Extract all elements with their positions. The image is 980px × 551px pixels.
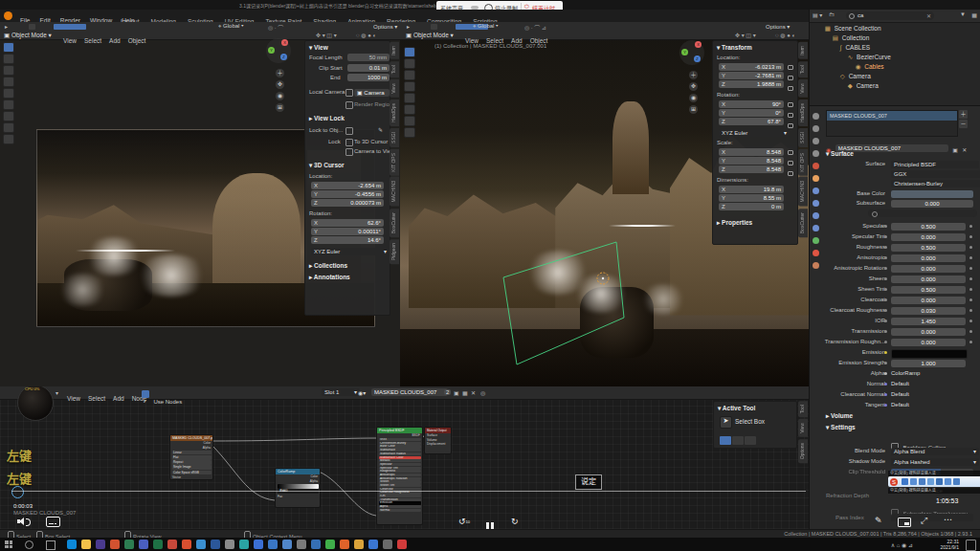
tool-select-box[interactable] <box>404 47 415 57</box>
outliner-row[interactable]: ∫ CABLES <box>810 43 980 53</box>
output-input-row[interactable]: Displacement <box>425 442 451 447</box>
material-property-row[interactable]: Anisotropic Rotation 0.000 <box>824 263 977 274</box>
bsdf-input-row[interactable]: GGX <box>379 438 421 441</box>
material-output-node[interactable]: Material Output SurfaceVolumeDisplacemen… <box>424 427 452 454</box>
axis-z[interactable]: Z <box>280 54 287 60</box>
bsdf-input-row[interactable]: Sheen Tint <box>379 484 421 487</box>
volume-icon[interactable] <box>17 517 31 526</box>
axis-field[interactable]: Z0 m <box>719 203 784 210</box>
taskbar-app-icon[interactable] <box>383 540 392 549</box>
taskbar-app-icon[interactable] <box>124 540 134 549</box>
menu-item[interactable]: Select <box>84 393 109 404</box>
taskbar-app-icon[interactable] <box>167 540 177 549</box>
add-slot-button[interactable]: ＋ <box>959 110 968 119</box>
camera-view-icon[interactable]: ◉ <box>689 94 698 102</box>
tool-transform[interactable] <box>404 104 415 115</box>
ime-skin-icon[interactable] <box>953 478 960 485</box>
shading-type-dropdown[interactable]: ▾ <box>56 389 58 396</box>
npanel-tab[interactable]: BoxCutter <box>798 209 808 237</box>
display-mode-dropdown[interactable]: ▤ ▾ <box>813 11 822 18</box>
filter-icon[interactable]: ▼ <box>960 11 966 17</box>
axis-field[interactable]: X-6.0213 m <box>719 63 784 71</box>
clear-search-icon[interactable]: ✕ <box>926 12 931 19</box>
tool-move[interactable] <box>3 65 14 76</box>
ime-emoji-icon[interactable] <box>919 478 925 485</box>
view-lock-header[interactable]: ▸ View Lock <box>309 115 345 122</box>
outliner-row[interactable]: ▦ Scene Collection <box>810 24 980 33</box>
output-alpha[interactable]: Alpha <box>276 479 320 484</box>
collections-header[interactable]: ▸ Collections <box>309 262 347 270</box>
normal-value[interactable]: Default <box>891 381 966 386</box>
axis-x[interactable]: X <box>695 41 702 48</box>
outliner-search[interactable]: ca ✕ <box>846 11 934 20</box>
ime-keyboard-icon[interactable] <box>936 478 943 485</box>
properties-search[interactable] <box>868 209 977 217</box>
mode-selector[interactable]: ▣ Object Mode ▾ <box>406 32 454 39</box>
tool-cursor[interactable] <box>404 58 415 69</box>
unlink-icon[interactable]: ✕ <box>471 389 476 396</box>
properties-subpanel-header[interactable]: ▸ Properties <box>717 219 752 227</box>
ramp-gradient[interactable] <box>278 484 319 489</box>
taskbar-app-icon[interactable] <box>297 540 306 549</box>
focal-length-field[interactable]: 50 mm <box>347 54 390 61</box>
select-box-tool-icon[interactable]: ➤ <box>720 416 732 429</box>
axis-field[interactable]: X8.548 <box>719 148 784 156</box>
axis-y[interactable]: Y <box>681 49 688 55</box>
video-progress-bar[interactable] <box>11 491 806 492</box>
menu-item[interactable]: Select <box>80 35 105 46</box>
ime-shape-icon[interactable] <box>910 478 917 485</box>
properties-tab[interactable] <box>810 247 822 259</box>
properties-tab[interactable] <box>810 147 822 160</box>
filter-collection-icon[interactable]: 🗀 <box>829 11 835 17</box>
options-right[interactable]: Options ▾ <box>766 23 790 30</box>
outliner-row[interactable]: ∿ BezierCurve <box>810 53 980 62</box>
properties-tab[interactable] <box>810 234 822 247</box>
output-bsdf[interactable]: BSDF <box>377 433 422 438</box>
lock-to-object-field[interactable] <box>345 127 353 135</box>
tool-add-cube[interactable] <box>3 134 14 144</box>
npanel-tab[interactable]: Tool <box>798 61 808 77</box>
tool-cursor[interactable] <box>3 54 14 64</box>
distribution-dropdown[interactable]: GGX <box>891 170 980 178</box>
rewind-10-icon[interactable]: ↺10 <box>458 517 470 526</box>
input-fac[interactable]: Fac <box>276 495 320 499</box>
properties-tab[interactable] <box>810 122 822 135</box>
sogou-logo[interactable]: S <box>890 478 898 486</box>
properties-tab[interactable] <box>810 197 822 209</box>
node-field[interactable]: Repeat <box>172 460 212 465</box>
tool-dropdown-icon[interactable]: ▸ <box>407 23 410 30</box>
material-property-row[interactable]: Sheen Tint 0.500 <box>824 284 977 295</box>
axis-field[interactable]: Y0.00011° <box>311 228 384 235</box>
npanel-tab[interactable]: Item <box>390 42 399 59</box>
tool-scale[interactable] <box>3 88 14 99</box>
gizmo-toggles[interactable]: ✥ ▾ ◫ ▾ <box>316 32 337 38</box>
blend-mode-dropdown[interactable]: Alpha Blend ▾ <box>891 448 979 455</box>
taskbar-app-icon[interactable] <box>311 540 321 549</box>
annotations-header[interactable]: ▸ Annotations <box>309 274 350 281</box>
bsdf-input-row[interactable]: Anisotropic <box>379 474 421 476</box>
tool-measure[interactable] <box>404 127 415 138</box>
select-mode-buttons[interactable] <box>720 431 756 449</box>
properties-tab[interactable] <box>810 172 822 185</box>
bsdf-input-row[interactable]: Subsurface <box>379 449 421 452</box>
remove-slot-button[interactable]: － <box>959 120 968 128</box>
clearcoat-normal-value[interactable]: Default <box>891 391 966 397</box>
emission-swatch[interactable] <box>891 349 968 359</box>
to-3d-cursor-checkbox[interactable] <box>345 139 353 146</box>
input-vector[interactable]: Vector <box>170 475 212 480</box>
axis-field[interactable]: X90° <box>719 100 784 108</box>
colorramp-node[interactable]: ColorRamp Color Alpha Pos 0.000 Fac <box>275 468 321 508</box>
properties-tab[interactable] <box>810 222 822 234</box>
volume-panel-header[interactable]: ▸ Volume <box>826 412 853 420</box>
bsdf-input-row[interactable]: Specular <box>379 463 421 466</box>
navigation-gizmo[interactable]: X Y Z <box>679 40 704 65</box>
axis-field[interactable]: Y8.55 m <box>719 194 784 202</box>
eyedropper-icon[interactable]: ✎ <box>378 126 383 133</box>
taskbar-app-icon[interactable] <box>282 540 292 549</box>
npanel-tab[interactable]: View <box>798 79 808 98</box>
fake-user-icon[interactable]: ▣ <box>454 389 459 396</box>
material-property-row[interactable]: Clearcoat 0.000 <box>824 295 977 305</box>
rotation-locks[interactable] <box>788 100 793 128</box>
play-button[interactable] <box>29 24 35 30</box>
ime-mic-icon[interactable] <box>927 478 934 485</box>
